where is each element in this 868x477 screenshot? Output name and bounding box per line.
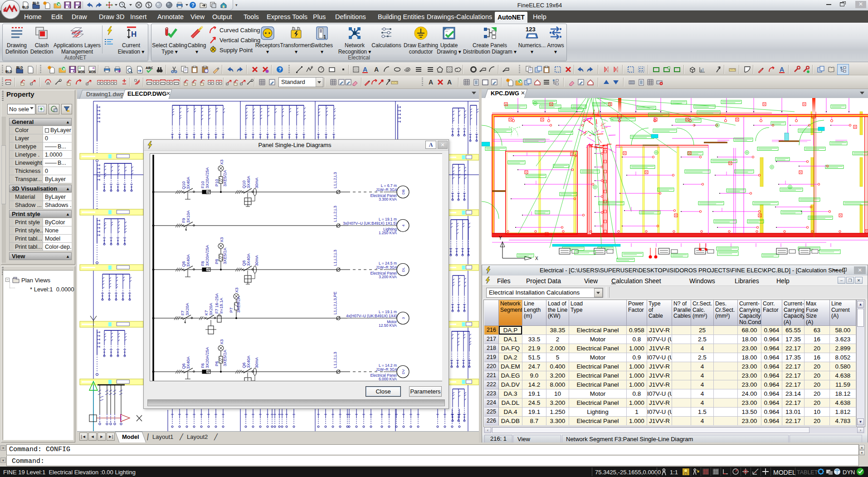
svg-text:A: A [429,79,433,86]
svg-text:1: 1 [323,34,326,39]
svg-text:A: A [780,66,784,73]
svg-text:J1W–R 3G4: J1W–R 3G4 [376,367,397,372]
svg-text:3XE5/2A: 3XE5/2A [223,170,227,187]
svg-text:3X20A/25A: 3X20A/25A [205,167,210,188]
svg-text:Q10: Q10 [242,181,246,188]
svg-text:X: X [535,256,538,261]
svg-text:K7: K7 [204,310,209,315]
svg-text:Q6: Q6 [181,364,186,369]
svg-text:BLD: BLD [22,5,29,9]
svg-text:BLD: BLD [16,66,23,69]
svg-text:A: A [447,79,452,86]
svg-text:F9: F9 [181,218,186,223]
svg-text:ACIS: ACIS [78,70,85,74]
svg-text:Q6: Q6 [242,363,246,368]
svg-text:3: 3 [401,317,405,319]
svg-text:DB: DB [401,189,405,194]
svg-text:X3: X3 [219,160,224,165]
svg-text:12.50 KVA: 12.50 KVA [379,323,397,328]
svg-text:L1,L2,L3: L1,L2,L3 [333,172,337,188]
svg-text:Q10: Q10 [181,182,186,189]
svg-text:ACIS: ACIS [89,70,96,74]
svg-text:?: ? [191,2,195,8]
svg-text:X3: X3 [234,288,239,293]
svg-text:1.250 KVA: 1.250 KVA [379,231,397,235]
svg-text:H: H [131,30,137,39]
svg-text:3X20A/25A: 3X20A/25A [205,245,210,266]
svg-text:P6: P6 [215,361,219,366]
svg-text:DL: DL [401,267,405,272]
svg-text:3XE5/2A: 3XE5/2A [223,247,227,264]
svg-text:F7: F7 [180,310,185,315]
svg-text:Q8: Q8 [181,261,186,267]
svg-text:3XE5/2A: 3XE5/2A [236,296,241,313]
svg-text:Y: Y [499,236,502,241]
svg-text:BLD: BLD [33,1,39,5]
svg-text:4: 4 [401,224,405,226]
svg-text:L1,L2,L3: L1,L2,L3 [333,352,337,368]
svg-text:F7 16–25A: F7 16–25A [215,293,219,314]
svg-text:BLD: BLD [5,70,12,73]
svg-text:3X20A: 3X20A [209,303,213,315]
svg-text:F10: F10 [200,181,205,188]
svg-text:F6: F6 [200,363,205,368]
svg-text:3XE5/2A: 3XE5/2A [223,349,227,366]
svg-text:P8: P8 [215,259,219,264]
svg-text:?: ? [278,67,282,72]
svg-text:30mA: 30mA [254,357,259,368]
svg-text:3X40A: 3X40A [246,253,251,266]
svg-text:3X20A: 3X20A [185,303,190,315]
svg-text:3X40A: 3X40A [186,177,190,189]
svg-text:6.000 KVA: 6.000 KVA [379,377,397,381]
svg-text:Q8: Q8 [242,261,246,266]
svg-text:3X40A: 3X40A [186,356,190,369]
svg-text:3X10A: 3X10A [186,210,190,223]
svg-text:X3: X3 [219,237,224,242]
svg-text:DV: DV [401,369,405,374]
svg-text:3x(H07V–U (UK:B491X) 1X1.5): 3x(H07V–U (UK:B491X) 1X1.5) [343,221,397,226]
svg-text:A: A [363,66,367,73]
svg-text:3X40A: 3X40A [186,254,190,267]
svg-text:Ir=18.1A: Ir=18.1A [219,297,224,314]
svg-text:30mA: 30mA [254,177,259,188]
svg-text:A: A [374,66,379,73]
svg-text:3X20A/25A: 3X20A/25A [205,347,210,368]
svg-text:30mA: 30mA [254,255,259,266]
svg-text:3X40A: 3X40A [246,176,251,188]
svg-text:3.200 KVA: 3.200 KVA [379,275,397,279]
svg-text:L1,L2,L3: L1,L2,L3 [333,206,337,222]
svg-text:P7: P7 [229,308,234,313]
svg-text:P10: P10 [215,179,219,187]
svg-text:J1W–R 3G4: J1W–R 3G4 [376,265,397,270]
svg-text:123: 123 [526,26,536,33]
svg-text:J1W–R 3G4: J1W–R 3G4 [376,187,397,192]
svg-text:L1,L2,L3: L1,L2,L3 [333,250,337,266]
svg-text:X3: X3 [219,339,224,344]
svg-text:4x(H07V–U (UK:B491X) 1X4): 4x(H07V–U (UK:B491X) 1X4) [346,314,397,318]
svg-text:F8: F8 [200,261,205,266]
svg-text:L1,L2,L3,PE: L1,L2,L3,PE [333,291,337,315]
svg-text:3.300 KVA: 3.300 KVA [379,197,397,202]
svg-text:3X40A: 3X40A [246,355,251,368]
